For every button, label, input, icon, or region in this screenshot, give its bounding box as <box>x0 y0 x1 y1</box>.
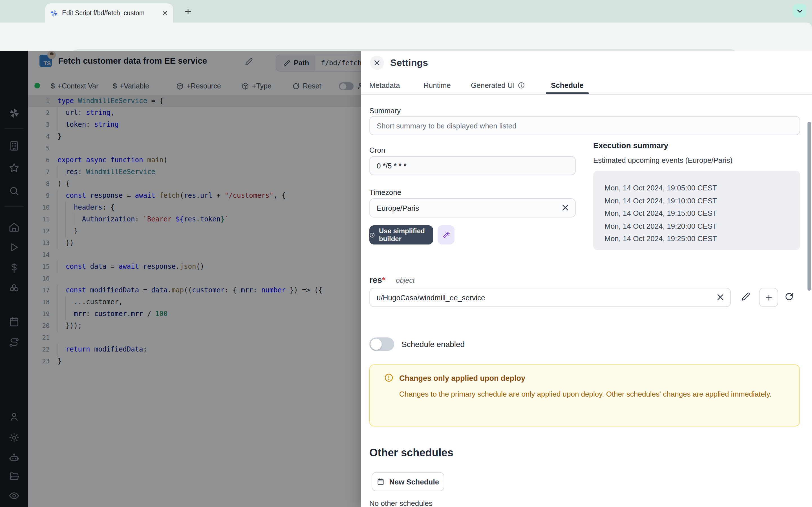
new-schedule-button[interactable]: New Schedule <box>371 472 444 491</box>
browser-toolbar: app.windmill.dev/scripts/edit/f/bd/fetch… <box>0 22 812 51</box>
summary-label: Summary <box>369 107 401 115</box>
timezone-label: Timezone <box>369 188 401 196</box>
schedule-enabled-toggle[interactable] <box>369 337 394 351</box>
settings-tabs: Metadata Runtime Generated UI Schedule <box>361 76 812 95</box>
magic-wand-icon <box>442 231 450 239</box>
new-tab-icon[interactable] <box>184 7 192 16</box>
clock-icon <box>369 231 375 238</box>
settings-drawer: Settings Metadata Runtime Generated UI S… <box>361 51 812 507</box>
browser-tab[interactable]: Edit Script f/bd/fetch_custom <box>45 3 173 22</box>
tab-close-icon[interactable] <box>161 9 169 17</box>
application-window: Edit Script f/bd/fetch_custom app.windm <box>0 0 812 507</box>
windmill-favicon <box>50 9 58 17</box>
windmill-app: TS Fetch customer data from EE service P… <box>0 51 812 507</box>
tab-title: Edit Script f/bd/fetch_custom <box>62 10 157 16</box>
res-arg-name: res* <box>369 275 386 284</box>
upcoming-event: Mon, 14 Oct 2024, 19:20:00 CEST <box>605 220 800 233</box>
refresh-resource-icon[interactable] <box>784 292 794 301</box>
resource-input[interactable] <box>369 288 731 307</box>
ai-wand-button[interactable] <box>438 225 455 244</box>
execution-summary-subtitle: Estimated upcoming events (Europe/Paris) <box>593 156 732 165</box>
timezone-input[interactable] <box>369 198 576 217</box>
required-asterisk: * <box>382 275 386 284</box>
tab-metadata[interactable]: Metadata <box>369 76 400 94</box>
timezone-clear-icon[interactable] <box>561 203 570 212</box>
upcoming-event: Mon, 14 Oct 2024, 19:15:00 CEST <box>605 207 800 220</box>
tab-runtime[interactable]: Runtime <box>423 76 451 94</box>
schedule-enabled-label: Schedule enabled <box>402 340 465 349</box>
summary-input[interactable] <box>369 116 800 135</box>
drawer-title: Settings <box>390 57 428 69</box>
edit-resource-pencil-icon[interactable] <box>741 292 751 301</box>
calendar-icon <box>377 478 385 486</box>
drawer-scrollbar[interactable] <box>808 122 811 291</box>
use-simplified-builder-button[interactable]: Use simplified builder <box>369 225 433 244</box>
upcoming-event: Mon, 14 Oct 2024, 19:25:00 CEST <box>605 233 800 245</box>
window-chevron-button[interactable] <box>793 4 806 17</box>
info-icon <box>518 81 525 89</box>
alert-circle-icon <box>384 373 394 383</box>
other-schedules-heading: Other schedules <box>369 447 453 459</box>
close-icon <box>373 59 380 66</box>
upcoming-event: Mon, 14 Oct 2024, 19:05:00 CEST <box>605 182 800 194</box>
cron-input[interactable] <box>369 156 576 175</box>
res-arg-type: object <box>396 277 415 284</box>
browser-tab-strip: Edit Script f/bd/fetch_custom <box>0 0 812 22</box>
upcoming-events-box: Mon, 14 Oct 2024, 19:05:00 CESTMon, 14 O… <box>593 171 800 250</box>
drawer-close-button[interactable] <box>370 56 384 70</box>
upcoming-event: Mon, 14 Oct 2024, 19:10:00 CEST <box>605 194 800 207</box>
cron-label: Cron <box>369 146 385 154</box>
warning-body: Changes to the primary schedule are only… <box>399 388 788 401</box>
deploy-warning-box: Changes only applied upon deploy Changes… <box>369 364 800 427</box>
no-other-schedules-text: No other schedules <box>369 499 433 507</box>
tab-schedule[interactable]: Schedule <box>551 76 583 94</box>
tab-generated-ui[interactable]: Generated UI <box>471 76 525 94</box>
execution-summary-title: Execution summary <box>593 141 668 150</box>
resource-clear-icon[interactable] <box>716 293 725 302</box>
plus-icon <box>764 293 773 302</box>
add-resource-plus-button[interactable] <box>759 288 778 307</box>
warning-title: Changes only applied upon deploy <box>399 374 525 383</box>
